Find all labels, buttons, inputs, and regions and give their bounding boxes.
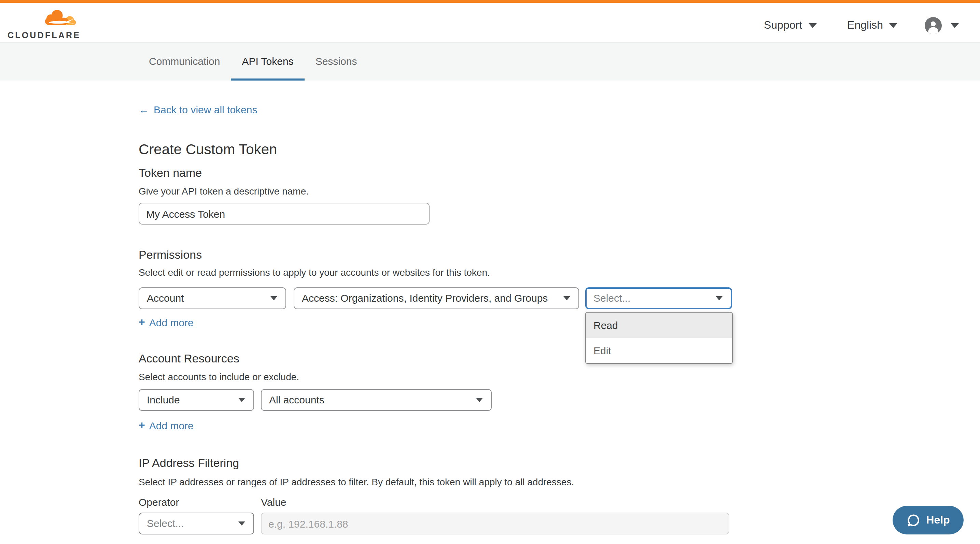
permissions-add-more-link[interactable]: + Add more (138, 316, 194, 328)
tab-api-tokens[interactable]: API Tokens (231, 43, 304, 81)
header-nav: Support English (764, 5, 980, 45)
add-more-label: Add more (149, 419, 194, 431)
cloudflare-logo[interactable]: CLOUDFLARE (8, 8, 80, 40)
chevron-down-icon (716, 296, 722, 300)
plus-icon: + (138, 316, 145, 328)
chevron-down-icon (238, 522, 245, 526)
page: CLOUDFLARE Support English (0, 0, 980, 544)
account-menu[interactable] (925, 17, 959, 34)
top-accent-bar (0, 0, 980, 3)
permission-scope-select[interactable]: Account (138, 287, 286, 309)
permission-access-level-select[interactable]: Select... (585, 287, 732, 309)
help-button-label: Help (926, 514, 950, 526)
chevron-down-icon (270, 296, 277, 300)
permissions-description: Select edit or read permissions to apply… (138, 267, 490, 278)
back-link-label: Back to view all tokens (154, 104, 258, 115)
account-resources-add-more-link[interactable]: + Add more (138, 419, 194, 431)
chevron-down-icon (238, 398, 245, 402)
page-title: Create Custom Token (138, 141, 277, 158)
value-label: Value (261, 496, 286, 508)
access-level-dropdown-menu: Read Edit (585, 312, 733, 364)
token-name-heading: Token name (138, 167, 202, 180)
support-dropdown[interactable]: Support (764, 19, 816, 32)
chevron-down-icon (563, 296, 570, 300)
cloudflare-cloud-icon (40, 8, 78, 30)
token-name-input[interactable] (138, 203, 430, 225)
dropdown-option-edit[interactable]: Edit (586, 338, 732, 363)
chevron-down-icon (889, 23, 897, 28)
chat-bubble-icon (906, 513, 921, 527)
permission-resource-select[interactable]: Access: Organizations, Identity Provider… (294, 287, 579, 309)
header: CLOUDFLARE Support English (0, 3, 980, 42)
arrow-left-icon: ← (138, 104, 149, 115)
account-resources-scope-select[interactable]: All accounts (261, 389, 492, 411)
back-to-tokens-link[interactable]: ← Back to view all tokens (138, 104, 258, 115)
plus-icon: + (138, 419, 145, 431)
permission-scope-value: Account (147, 292, 184, 304)
account-resources-mode-select[interactable]: Include (138, 389, 254, 411)
account-resources-heading: Account Resources (138, 352, 239, 366)
permission-resource-value: Access: Organizations, Identity Provider… (302, 292, 548, 304)
support-label: Support (764, 19, 802, 32)
permission-access-level-value: Select... (593, 292, 630, 304)
ip-value-input[interactable] (261, 512, 729, 534)
cloudflare-logo-text: CLOUDFLARE (8, 31, 81, 40)
ip-operator-value: Select... (147, 517, 184, 529)
chevron-down-icon (951, 23, 959, 28)
ip-operator-select[interactable]: Select... (138, 512, 254, 534)
account-resources-description: Select accounts to include or exclude. (138, 371, 299, 382)
permissions-heading: Permissions (138, 249, 202, 262)
add-more-label: Add more (149, 316, 194, 328)
chevron-down-icon (476, 398, 483, 402)
token-name-description: Give your API token a descriptive name. (138, 186, 309, 197)
ip-filtering-description: Select IP addresses or ranges of IP addr… (138, 476, 574, 487)
profile-tabbar: Communication API Tokens Sessions (0, 42, 980, 81)
language-label: English (847, 19, 883, 32)
account-resources-mode-value: Include (147, 394, 180, 406)
tab-communication[interactable]: Communication (138, 43, 231, 81)
chevron-down-icon (808, 23, 816, 28)
tab-sessions[interactable]: Sessions (305, 43, 368, 81)
language-dropdown[interactable]: English (847, 19, 897, 32)
ip-filtering-heading: IP Address Filtering (138, 457, 239, 470)
user-avatar-icon (925, 17, 942, 34)
dropdown-option-read[interactable]: Read (586, 312, 732, 338)
help-button[interactable]: Help (892, 506, 964, 534)
account-resources-scope-value: All accounts (269, 394, 325, 406)
operator-label: Operator (138, 496, 179, 508)
